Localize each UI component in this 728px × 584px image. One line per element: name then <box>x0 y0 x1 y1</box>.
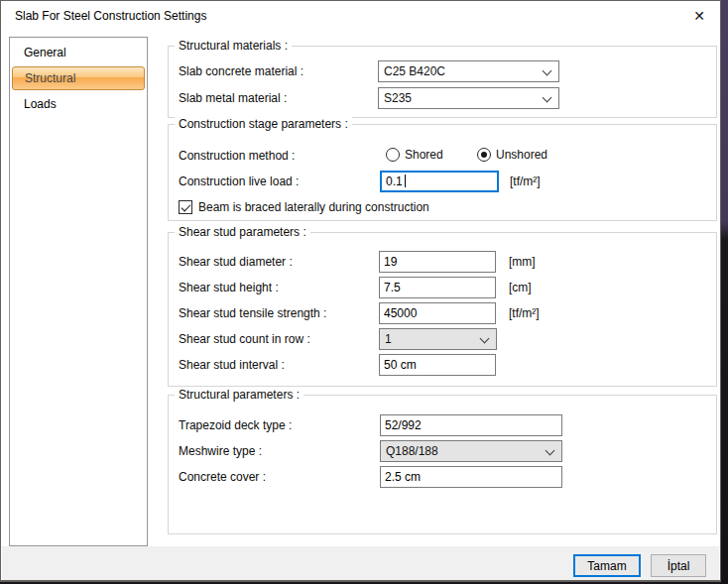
radio-shored[interactable]: Shored <box>386 148 443 164</box>
selected-value: 1 <box>385 329 392 349</box>
group-title: Structural materials : <box>175 39 292 53</box>
selected-value: C25 B420C <box>384 61 445 81</box>
tensile-strength-unit: [tf/m²] <box>509 302 540 324</box>
chevron-down-icon <box>543 93 552 103</box>
shear-stud-count-label: Shear stud count in row : <box>179 328 310 350</box>
sidebar-item-loads[interactable]: Loads <box>12 91 145 117</box>
checkbox-checked-icon <box>179 200 192 214</box>
dialog-title: Slab For Steel Construction Settings <box>15 9 206 23</box>
chevron-down-icon <box>546 446 555 456</box>
chevron-down-icon <box>543 66 552 76</box>
slab-metal-material-select[interactable]: S235 <box>378 87 559 109</box>
slab-settings-dialog: Slab For Steel Construction Settings ✕ G… <box>0 0 721 582</box>
meshwire-type-label: Meshwire type : <box>179 440 262 462</box>
group-structural-materials: Structural materials : Slab concrete mat… <box>168 46 717 118</box>
trapezoid-deck-type-label: Trapezoid deck type : <box>179 414 292 436</box>
shear-stud-interval-label: Shear stud interval : <box>179 354 285 376</box>
shear-stud-tensile-strength-label: Shear stud tensile strength : <box>179 302 326 324</box>
shear-stud-count-select[interactable]: 1 <box>379 328 497 350</box>
group-construction-stage: Construction stage parameters : Construc… <box>168 124 717 221</box>
group-title: Construction stage parameters : <box>175 117 352 131</box>
radio-label: Shored <box>405 148 443 162</box>
live-load-unit: [tf/m²] <box>510 171 541 192</box>
meshwire-type-select[interactable]: Q188/188 <box>380 440 562 462</box>
construction-method-label: Construction method : <box>179 145 295 167</box>
sidebar-item-structural[interactable]: Structural <box>12 66 145 90</box>
chevron-down-icon <box>480 334 490 344</box>
shear-stud-interval-input[interactable] <box>379 354 496 376</box>
slab-metal-material-label: Slab metal material : <box>179 87 287 109</box>
shear-stud-height-label: Shear stud height : <box>179 277 279 298</box>
selected-value: Q188/188 <box>386 441 438 461</box>
shear-stud-diameter-input[interactable] <box>379 251 496 273</box>
group-structural-parameters: Structural parameters : Trapezoid deck t… <box>168 395 717 534</box>
group-title: Structural parameters : <box>175 388 303 402</box>
concrete-cover-label: Concrete cover : <box>179 466 266 488</box>
sidebar-item-general[interactable]: General <box>12 40 145 65</box>
slab-concrete-material-select[interactable]: C25 B420C <box>378 60 559 82</box>
radio-icon <box>386 148 400 162</box>
height-unit: [cm] <box>509 277 532 298</box>
shear-stud-height-input[interactable] <box>379 277 496 298</box>
radio-selected-icon <box>477 148 491 162</box>
group-title: Shear stud parameters : <box>175 225 310 239</box>
category-list: General Structural Loads <box>9 37 148 546</box>
footer-bar: Tamam İptal <box>2 546 719 580</box>
group-shear-stud: Shear stud parameters : Shear stud diame… <box>168 232 717 387</box>
shear-stud-tensile-strength-input[interactable] <box>379 302 496 324</box>
slab-concrete-material-label: Slab concrete material : <box>179 60 303 82</box>
cancel-button[interactable]: İptal <box>651 554 706 577</box>
background-app-edge <box>721 0 728 584</box>
construction-live-load-input[interactable] <box>380 171 499 192</box>
construction-live-load-label: Construction live load : <box>179 171 299 192</box>
ok-button[interactable]: Tamam <box>573 554 641 577</box>
trapezoid-deck-type-input[interactable] <box>380 414 562 436</box>
selected-value: S235 <box>384 88 412 108</box>
concrete-cover-input[interactable] <box>380 466 562 488</box>
diameter-unit: [mm] <box>509 251 536 273</box>
radio-label: Unshored <box>496 148 547 162</box>
radio-unshored[interactable]: Unshored <box>477 148 547 164</box>
close-icon[interactable]: ✕ <box>688 6 710 26</box>
beam-braced-checkbox[interactable]: Beam is braced laterally during construc… <box>179 200 429 216</box>
title-bar: Slab For Steel Construction Settings ✕ <box>1 1 720 31</box>
checkbox-label: Beam is braced laterally during construc… <box>198 200 429 214</box>
shear-stud-diameter-label: Shear stud diameter : <box>179 251 293 273</box>
text-caret <box>405 175 406 187</box>
